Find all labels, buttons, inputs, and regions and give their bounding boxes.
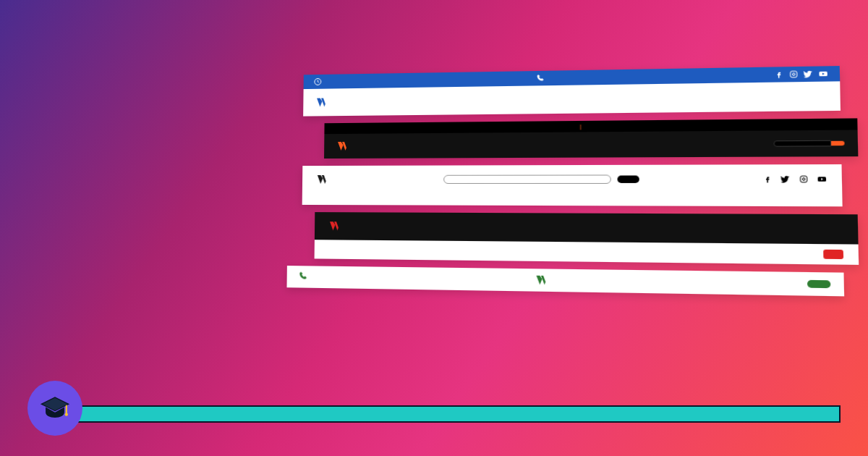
- cta-button[interactable]: [807, 280, 830, 288]
- svg-rect-4: [801, 176, 807, 182]
- menu-previews: |: [301, 65, 868, 305]
- logo-mark-icon: [315, 96, 328, 109]
- logo[interactable]: [315, 96, 331, 109]
- instagram-icon[interactable]: [788, 69, 799, 79]
- menu-preview-2: |: [324, 118, 858, 159]
- phone-icon: [536, 74, 545, 83]
- youtube-icon[interactable]: [817, 174, 827, 184]
- search-input[interactable]: [773, 140, 831, 147]
- logo[interactable]: [328, 219, 344, 232]
- svg-point-7: [65, 413, 68, 415]
- subnav: [302, 193, 843, 206]
- youtube-icon[interactable]: [818, 69, 828, 79]
- facebook-icon[interactable]: [762, 174, 773, 184]
- svg-rect-1: [791, 71, 797, 77]
- search: [773, 140, 844, 147]
- contact-block: [298, 271, 312, 283]
- instagram-icon[interactable]: [799, 174, 809, 184]
- graduation-cap-icon: [38, 392, 72, 425]
- logo-mark-icon: [315, 173, 328, 186]
- phone-icon: [298, 271, 308, 283]
- facebook-icon[interactable]: [774, 70, 784, 80]
- logo-mark-icon: [328, 219, 341, 232]
- clock-icon: [313, 77, 322, 86]
- svg-point-2: [793, 73, 795, 75]
- nav: [781, 96, 827, 97]
- search-button[interactable]: [617, 175, 639, 182]
- graduation-badge: [27, 381, 82, 436]
- menu-preview-1: [303, 66, 841, 117]
- tutorial-banner: [42, 405, 841, 423]
- logo[interactable]: [534, 274, 550, 287]
- logo-mark-icon: [534, 274, 548, 287]
- search-input[interactable]: [443, 174, 611, 184]
- logo[interactable]: [315, 173, 331, 186]
- menu-preview-4: [315, 212, 859, 265]
- menu-preview-5: [286, 266, 844, 296]
- menu-preview-3: [302, 164, 843, 206]
- search-button[interactable]: [831, 141, 845, 146]
- cta-button[interactable]: [823, 250, 843, 259]
- search: [443, 174, 639, 184]
- nav: [328, 249, 368, 250]
- twitter-icon[interactable]: [804, 69, 814, 79]
- logo-mark-icon: [336, 140, 349, 153]
- svg-point-5: [802, 178, 804, 180]
- logo[interactable]: [336, 140, 352, 153]
- twitter-icon[interactable]: [780, 174, 791, 184]
- socials: [762, 174, 827, 184]
